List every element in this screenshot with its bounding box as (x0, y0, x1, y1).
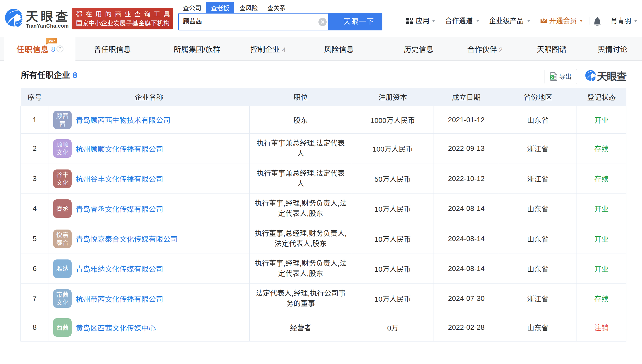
svg-text:X: X (551, 76, 554, 79)
